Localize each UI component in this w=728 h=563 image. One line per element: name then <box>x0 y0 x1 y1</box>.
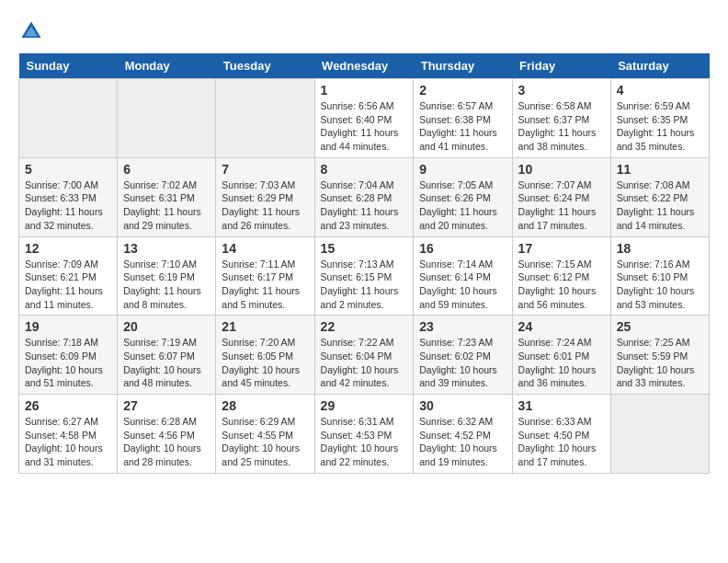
day-number: 15 <box>321 241 408 256</box>
day-number: 30 <box>419 398 506 413</box>
day-number: 27 <box>123 398 210 413</box>
day-number: 23 <box>419 319 506 334</box>
day-number: 1 <box>321 83 408 98</box>
calendar-cell: 1Sunrise: 6:56 AMSunset: 6:40 PMDaylight… <box>314 79 414 158</box>
calendar-header-row: SundayMondayTuesdayWednesdayThursdayFrid… <box>19 53 710 79</box>
day-number: 13 <box>123 241 210 256</box>
calendar-cell: 15Sunrise: 7:13 AMSunset: 6:15 PMDayligh… <box>314 236 414 316</box>
calendar-header-friday: Friday <box>512 53 610 79</box>
calendar-cell <box>118 79 216 158</box>
calendar-cell: 2Sunrise: 6:57 AMSunset: 6:38 PMDaylight… <box>414 79 512 158</box>
day-number: 20 <box>123 319 210 334</box>
calendar-cell: 18Sunrise: 7:16 AMSunset: 6:10 PMDayligh… <box>610 236 709 316</box>
calendar-week-3: 12Sunrise: 7:09 AMSunset: 6:21 PMDayligh… <box>19 236 710 316</box>
calendar-cell: 9Sunrise: 7:05 AMSunset: 6:26 PMDaylight… <box>414 157 512 236</box>
day-info: Sunrise: 7:08 AMSunset: 6:22 PMDaylight:… <box>617 178 703 233</box>
calendar-cell: 13Sunrise: 7:10 AMSunset: 6:19 PMDayligh… <box>118 236 216 316</box>
calendar-week-1: 1Sunrise: 6:56 AMSunset: 6:40 PMDaylight… <box>19 79 710 158</box>
day-info: Sunrise: 6:58 AMSunset: 6:37 PMDaylight:… <box>518 99 605 154</box>
calendar-header-sunday: Sunday <box>19 53 118 79</box>
calendar-cell: 22Sunrise: 7:22 AMSunset: 6:04 PMDayligh… <box>314 316 414 395</box>
day-number: 31 <box>518 398 605 413</box>
day-number: 17 <box>518 241 605 256</box>
calendar-cell: 24Sunrise: 7:24 AMSunset: 6:01 PMDayligh… <box>512 316 610 395</box>
calendar-cell: 21Sunrise: 7:20 AMSunset: 6:05 PMDayligh… <box>216 316 314 395</box>
calendar-header-thursday: Thursday <box>414 53 512 79</box>
calendar-cell: 23Sunrise: 7:23 AMSunset: 6:02 PMDayligh… <box>414 316 512 395</box>
day-number: 2 <box>419 83 506 98</box>
day-info: Sunrise: 7:00 AMSunset: 6:33 PMDaylight:… <box>25 178 111 233</box>
calendar-cell: 31Sunrise: 6:33 AMSunset: 4:50 PMDayligh… <box>512 395 610 474</box>
day-number: 11 <box>617 162 703 177</box>
day-info: Sunrise: 7:16 AMSunset: 6:10 PMDaylight:… <box>617 258 703 312</box>
day-info: Sunrise: 7:05 AMSunset: 6:26 PMDaylight:… <box>419 178 506 233</box>
calendar-header-tuesday: Tuesday <box>216 53 314 79</box>
day-info: Sunrise: 7:04 AMSunset: 6:28 PMDaylight:… <box>321 178 408 233</box>
day-info: Sunrise: 6:31 AMSunset: 4:53 PMDaylight:… <box>321 415 408 469</box>
day-info: Sunrise: 7:22 AMSunset: 6:04 PMDaylight:… <box>321 336 408 390</box>
day-info: Sunrise: 6:28 AMSunset: 4:56 PMDaylight:… <box>123 415 210 469</box>
day-info: Sunrise: 7:20 AMSunset: 6:05 PMDaylight:… <box>222 336 308 390</box>
day-number: 5 <box>25 162 111 177</box>
day-info: Sunrise: 6:29 AMSunset: 4:55 PMDaylight:… <box>222 415 308 469</box>
calendar-header-saturday: Saturday <box>610 53 709 79</box>
logo-icon <box>18 18 44 44</box>
calendar-header-monday: Monday <box>118 53 216 79</box>
day-number: 6 <box>123 162 210 177</box>
day-info: Sunrise: 7:19 AMSunset: 6:07 PMDaylight:… <box>123 336 210 390</box>
calendar-cell: 30Sunrise: 6:32 AMSunset: 4:52 PMDayligh… <box>414 395 512 474</box>
day-number: 4 <box>617 83 703 98</box>
calendar-cell: 29Sunrise: 6:31 AMSunset: 4:53 PMDayligh… <box>314 395 414 474</box>
day-info: Sunrise: 7:09 AMSunset: 6:21 PMDaylight:… <box>25 258 111 312</box>
calendar-cell: 28Sunrise: 6:29 AMSunset: 4:55 PMDayligh… <box>216 395 314 474</box>
calendar-cell: 7Sunrise: 7:03 AMSunset: 6:29 PMDaylight… <box>216 157 314 236</box>
calendar-cell <box>216 79 314 158</box>
day-info: Sunrise: 7:11 AMSunset: 6:17 PMDaylight:… <box>222 258 308 312</box>
day-number: 24 <box>518 319 605 334</box>
calendar-cell: 16Sunrise: 7:14 AMSunset: 6:14 PMDayligh… <box>414 236 512 316</box>
calendar-cell: 26Sunrise: 6:27 AMSunset: 4:58 PMDayligh… <box>19 395 118 474</box>
calendar-cell: 10Sunrise: 7:07 AMSunset: 6:24 PMDayligh… <box>512 157 610 236</box>
calendar-cell: 6Sunrise: 7:02 AMSunset: 6:31 PMDaylight… <box>118 157 216 236</box>
calendar-cell: 20Sunrise: 7:19 AMSunset: 6:07 PMDayligh… <box>118 316 216 395</box>
day-number: 28 <box>222 398 308 413</box>
day-number: 12 <box>25 241 111 256</box>
calendar-week-5: 26Sunrise: 6:27 AMSunset: 4:58 PMDayligh… <box>19 395 710 474</box>
day-number: 19 <box>25 319 111 334</box>
calendar-cell <box>19 79 118 158</box>
day-info: Sunrise: 7:02 AMSunset: 6:31 PMDaylight:… <box>123 178 210 233</box>
calendar-week-2: 5Sunrise: 7:00 AMSunset: 6:33 PMDaylight… <box>19 157 710 236</box>
day-info: Sunrise: 7:18 AMSunset: 6:09 PMDaylight:… <box>25 336 111 390</box>
logo <box>18 18 48 44</box>
calendar-week-4: 19Sunrise: 7:18 AMSunset: 6:09 PMDayligh… <box>19 316 710 395</box>
day-number: 14 <box>222 241 308 256</box>
day-number: 9 <box>419 162 506 177</box>
day-number: 25 <box>617 319 703 334</box>
calendar-cell: 27Sunrise: 6:28 AMSunset: 4:56 PMDayligh… <box>118 395 216 474</box>
day-number: 18 <box>617 241 703 256</box>
day-number: 16 <box>419 241 506 256</box>
day-info: Sunrise: 6:57 AMSunset: 6:38 PMDaylight:… <box>419 99 506 154</box>
calendar-cell: 11Sunrise: 7:08 AMSunset: 6:22 PMDayligh… <box>610 157 709 236</box>
calendar-cell: 4Sunrise: 6:59 AMSunset: 6:35 PMDaylight… <box>610 79 709 158</box>
calendar-cell: 25Sunrise: 7:25 AMSunset: 5:59 PMDayligh… <box>610 316 709 395</box>
day-number: 29 <box>321 398 408 413</box>
day-info: Sunrise: 7:24 AMSunset: 6:01 PMDaylight:… <box>518 336 605 390</box>
day-number: 26 <box>25 398 111 413</box>
day-number: 8 <box>321 162 408 177</box>
day-info: Sunrise: 7:10 AMSunset: 6:19 PMDaylight:… <box>123 258 210 312</box>
calendar-cell: 5Sunrise: 7:00 AMSunset: 6:33 PMDaylight… <box>19 157 118 236</box>
day-info: Sunrise: 7:03 AMSunset: 6:29 PMDaylight:… <box>222 178 308 233</box>
day-number: 3 <box>518 83 605 98</box>
calendar-cell <box>610 395 709 474</box>
header <box>18 18 710 44</box>
day-info: Sunrise: 7:13 AMSunset: 6:15 PMDaylight:… <box>321 258 408 312</box>
day-number: 10 <box>518 162 605 177</box>
calendar-cell: 19Sunrise: 7:18 AMSunset: 6:09 PMDayligh… <box>19 316 118 395</box>
day-info: Sunrise: 6:32 AMSunset: 4:52 PMDaylight:… <box>419 415 506 469</box>
day-number: 21 <box>222 319 308 334</box>
day-info: Sunrise: 7:23 AMSunset: 6:02 PMDaylight:… <box>419 336 506 390</box>
calendar-cell: 17Sunrise: 7:15 AMSunset: 6:12 PMDayligh… <box>512 236 610 316</box>
calendar: SundayMondayTuesdayWednesdayThursdayFrid… <box>18 53 710 474</box>
day-number: 7 <box>222 162 308 177</box>
